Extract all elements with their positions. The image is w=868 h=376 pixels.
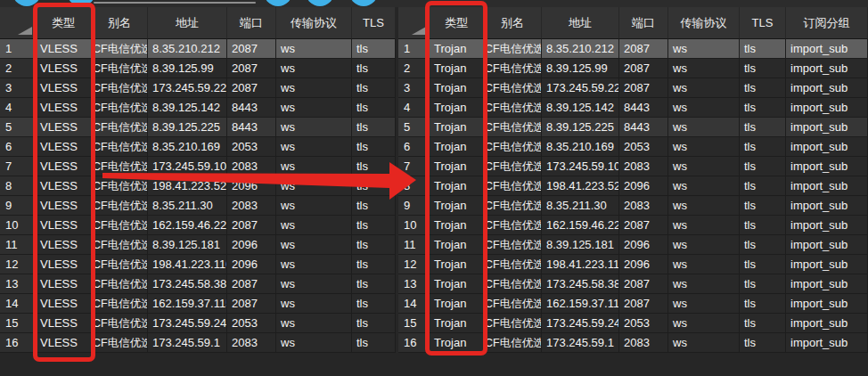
table-row[interactable]: 14TrojanCF电信优选162.159.37.1152087wstlsimp… (398, 294, 868, 314)
cell-port: 2096 (227, 176, 276, 196)
table-row[interactable]: 12VLESSCF电信优选198.41.223.1102096wstls (0, 255, 396, 274)
table-row[interactable]: 8VLESSCF电信优选198.41.223.522096wstls (0, 176, 396, 196)
table-row[interactable]: 11TrojanCF电信优选8.39.125.1812096wstlsimpor… (398, 235, 868, 255)
table-row[interactable]: 14VLESSCF电信优选162.159.37.1152087wstls (0, 294, 396, 314)
cell-type: Trojan (430, 216, 484, 235)
cell-type: Trojan (430, 118, 484, 137)
table-row[interactable]: 1TrojanCF电信优选8.35.210.2122087wstlsimport… (398, 39, 868, 59)
cell-type: Trojan (430, 176, 484, 196)
table-row[interactable]: 6VLESSCF电信优选8.35.210.1692053wstls (0, 137, 396, 157)
cell-address: 173.245.58.38 (542, 274, 619, 294)
cell-port: 2087 (227, 216, 276, 235)
cell-transport: ws (276, 294, 352, 314)
cell-alias: CF电信优选 (92, 216, 148, 235)
column-header-tls[interactable]: TLS (352, 7, 396, 39)
column-header-transport[interactable]: 传输协议 (668, 7, 740, 39)
cell-tls: tls (740, 176, 786, 196)
toolbar-circle-button-icon[interactable] (12, 0, 41, 6)
cell-alias: CF电信优选 (92, 176, 148, 196)
cell-transport: ws (276, 137, 352, 157)
cell-type: Trojan (430, 98, 484, 118)
table-row[interactable]: 4TrojanCF电信优选8.39.125.1428443wstlsimport… (398, 98, 868, 118)
table-row[interactable]: 3TrojanCF电信优选173.245.59.222087wstlsimpor… (398, 78, 868, 98)
column-header-type[interactable]: 类型 (430, 7, 484, 39)
cell-tls: tls (352, 294, 396, 314)
table-row[interactable]: 7TrojanCF电信优选173.245.59.1022083wstlsimpo… (398, 157, 868, 176)
column-header-group[interactable]: 订阅分组 (786, 7, 868, 39)
cell-num: 1 (398, 39, 430, 59)
column-header-address[interactable]: 地址 (542, 7, 619, 39)
column-header-transport[interactable]: 传输协议 (276, 7, 352, 39)
column-header-address[interactable]: 地址 (148, 7, 227, 39)
column-header-type[interactable]: 类型 (36, 7, 92, 39)
table-row[interactable]: 8TrojanCF电信优选198.41.223.522096wstlsimpor… (398, 176, 868, 196)
table-row[interactable]: 5TrojanCF电信优选8.39.125.2258443wstlsimport… (398, 118, 868, 137)
cell-port: 2087 (227, 39, 276, 59)
cell-transport: ws (668, 333, 740, 353)
cell-transport: ws (668, 59, 740, 78)
cell-num: 1 (0, 39, 36, 59)
cell-type: VLESS (36, 235, 92, 255)
cell-num: 8 (398, 176, 430, 196)
cell-num: 11 (0, 235, 36, 255)
table-row[interactable]: 12TrojanCF电信优选198.41.223.1102096wstlsimp… (398, 255, 868, 274)
table-row[interactable]: 15VLESSCF电信优选173.245.59.242053wstls (0, 314, 396, 333)
cell-port: 2083 (227, 196, 276, 216)
row-number-header[interactable] (398, 7, 430, 39)
column-header-alias[interactable]: 别名 (92, 7, 148, 39)
toolbar-circle-button-icon[interactable] (67, 0, 95, 6)
cell-group: import_sub (786, 39, 868, 59)
table-row[interactable]: 15TrojanCF电信优选173.245.59.242053wstlsimpo… (398, 314, 868, 333)
cell-port: 8443 (619, 98, 668, 118)
cell-type: VLESS (36, 274, 92, 294)
table-row[interactable]: 16VLESSCF电信优选173.245.59.12083wstls (0, 333, 396, 353)
table-row[interactable]: 7VLESSCF电信优选173.245.59.1022083wstls (0, 157, 396, 176)
toolbar-circle-button-icon[interactable] (264, 0, 292, 6)
table-row[interactable]: 6TrojanCF电信优选8.35.210.1692053wstlsimport… (398, 137, 868, 157)
table-row[interactable]: 2VLESSCF电信优选8.39.125.992087wstls (0, 59, 396, 78)
cell-transport: ws (668, 176, 740, 196)
cell-transport: ws (668, 39, 740, 59)
cell-num: 15 (398, 314, 430, 333)
cell-tls: tls (352, 39, 396, 59)
cell-tls: tls (352, 274, 396, 294)
table-row[interactable]: 9TrojanCF电信优选8.35.211.302083wstlsimport_… (398, 196, 868, 216)
toolbar-circle-button-icon[interactable] (349, 0, 378, 6)
cell-num: 4 (0, 98, 36, 118)
column-header-port[interactable]: 端口 (227, 7, 276, 39)
row-number-header[interactable] (0, 7, 36, 39)
cell-address: 198.41.223.110 (542, 255, 619, 274)
table-row[interactable]: 13VLESSCF电信优选173.245.58.382087wstls (0, 274, 396, 294)
table-row[interactable]: 3VLESSCF电信优选173.245.59.222087wstls (0, 78, 396, 98)
table-row[interactable]: 1VLESSCF电信优选8.35.210.2122087wstls (0, 39, 396, 59)
cell-transport: ws (276, 78, 352, 98)
cell-alias: CF电信优选 (92, 333, 148, 353)
table-row[interactable]: 9VLESSCF电信优选8.35.211.302083wstls (0, 196, 396, 216)
table-row[interactable]: 13TrojanCF电信优选173.245.58.382087wstlsimpo… (398, 274, 868, 294)
table-row[interactable]: 4VLESSCF电信优选8.39.125.1428443wstls (0, 98, 396, 118)
table-row[interactable]: 2TrojanCF电信优选8.39.125.992087wstlsimport_… (398, 59, 868, 78)
cell-port: 2087 (619, 39, 668, 59)
table-row[interactable]: 10VLESSCF电信优选162.159.46.2212087wstls (0, 216, 396, 235)
cell-type: VLESS (36, 196, 92, 216)
cell-port: 2096 (619, 235, 668, 255)
table-row[interactable]: 16TrojanCF电信优选173.245.59.12083wstlsimpor… (398, 333, 868, 353)
column-header-tls[interactable]: TLS (740, 7, 786, 39)
cell-address: 162.159.46.221 (542, 216, 619, 235)
cell-type: VLESS (36, 59, 92, 78)
table-row[interactable]: 10TrojanCF电信优选162.159.46.2212087wstlsimp… (398, 216, 868, 235)
cell-group: import_sub (786, 235, 868, 255)
table-row[interactable]: 11VLESSCF电信优选8.39.125.1812096wstls (0, 235, 396, 255)
cell-address: 162.159.37.115 (148, 294, 227, 314)
cell-port: 2083 (619, 157, 668, 176)
column-header-alias[interactable]: 别名 (484, 7, 542, 39)
cell-tls: tls (352, 333, 396, 353)
cell-alias: CF电信优选 (484, 137, 542, 157)
toolbar-circle-button-icon[interactable] (306, 0, 334, 6)
cell-type: VLESS (36, 98, 92, 118)
cell-num: 11 (398, 235, 430, 255)
cell-alias: CF电信优选 (484, 39, 542, 59)
table-row[interactable]: 5VLESSCF电信优选8.39.125.2258443wstls (0, 118, 396, 137)
cell-type: Trojan (430, 157, 484, 176)
column-header-port[interactable]: 端口 (619, 7, 668, 39)
